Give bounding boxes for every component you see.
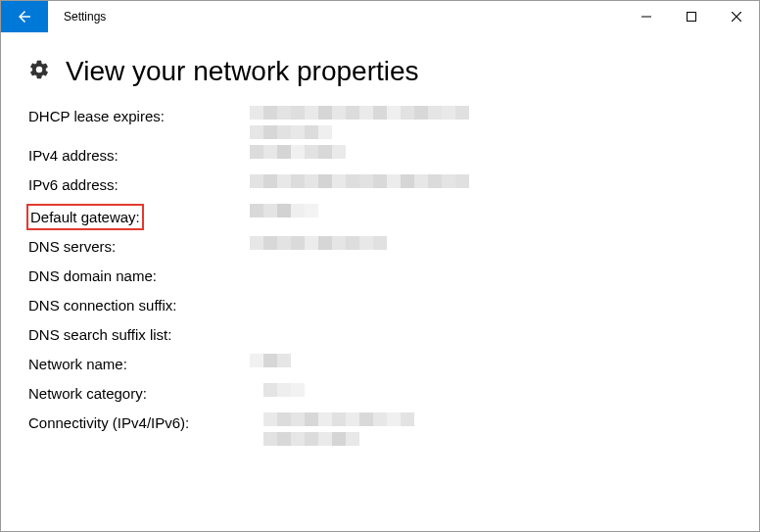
prop-label: DNS connection suffix: <box>28 295 250 316</box>
page-header: View your network properties <box>28 56 732 87</box>
prop-value-redacted <box>250 174 732 188</box>
gear-icon <box>28 59 50 84</box>
prop-value-redacted <box>250 354 732 367</box>
prop-label: Network name: <box>28 354 250 375</box>
prop-label: Connectivity (IPv4/IPv6): <box>28 412 250 434</box>
prop-dns-connection-suffix: DNS connection suffix: <box>28 292 732 321</box>
window-controls <box>624 1 759 32</box>
svg-rect-1 <box>688 13 696 22</box>
prop-network-name: Network name: <box>28 351 732 380</box>
prop-dns-search-suffix-list: DNS search suffix list: <box>28 321 732 351</box>
prop-ipv4-address: IPv4 address: <box>28 142 732 171</box>
maximize-button[interactable] <box>669 1 714 32</box>
close-button[interactable] <box>714 1 759 32</box>
close-icon <box>732 12 741 22</box>
window-title: Settings <box>48 1 624 32</box>
maximize-icon <box>687 12 696 22</box>
prop-value-redacted <box>250 106 732 139</box>
prop-dns-servers: DNS servers: <box>28 233 732 263</box>
prop-network-category: Network category: <box>28 380 732 410</box>
prop-label: IPv4 address: <box>28 145 250 167</box>
property-list: DHCP lease expires: IPv4 address: IPv6 a… <box>28 103 732 449</box>
prop-label: IPv6 address: <box>28 174 250 196</box>
prop-value-redacted <box>250 383 732 397</box>
prop-value-redacted <box>250 236 732 250</box>
prop-label: DNS servers: <box>28 236 250 258</box>
prop-value-redacted <box>250 145 732 159</box>
highlight-box: Default gateway: <box>26 204 144 230</box>
prop-dns-domain-name: DNS domain name: <box>28 263 732 292</box>
content-area: View your network properties DHCP lease … <box>1 32 759 449</box>
prop-label: DHCP lease expires: <box>28 106 250 127</box>
svg-rect-0 <box>641 17 651 18</box>
prop-value-redacted <box>250 204 732 218</box>
prop-dhcp-lease-expires: DHCP lease expires: <box>28 103 732 142</box>
arrow-left-icon <box>16 8 33 25</box>
minimize-button[interactable] <box>624 1 669 32</box>
prop-default-gateway: Default gateway: <box>28 201 732 233</box>
prop-label: DNS domain name: <box>28 266 250 287</box>
prop-label-highlighted: Default gateway: <box>28 204 250 230</box>
prop-connectivity: Connectivity (IPv4/IPv6): <box>28 410 732 449</box>
prop-ipv6-address: IPv6 address: <box>28 171 732 201</box>
titlebar: Settings <box>1 1 759 32</box>
prop-label: DNS search suffix list: <box>28 324 250 346</box>
back-button[interactable] <box>1 1 48 32</box>
prop-value-redacted <box>250 412 732 446</box>
minimize-icon <box>641 12 651 22</box>
prop-label: Network category: <box>28 383 250 405</box>
page-title: View your network properties <box>66 56 419 87</box>
